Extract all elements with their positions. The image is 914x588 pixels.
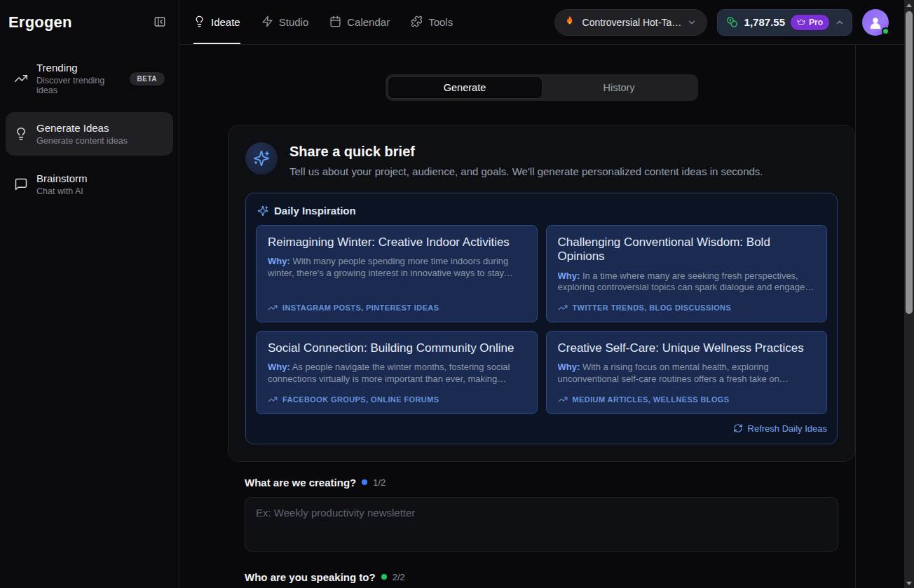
tab-label: Calendar <box>347 16 390 28</box>
sidebar-item-brainstorm[interactable]: Brainstorm Chat with AI <box>6 165 173 203</box>
sidebar-item-subtitle: Discover trending ideas <box>36 76 121 95</box>
field-count: 1/2 <box>373 477 386 488</box>
trending-up-icon <box>558 395 568 404</box>
person-icon <box>868 15 883 30</box>
trending-up-icon <box>558 303 568 313</box>
tab-label: Ideate <box>211 16 240 28</box>
plan-label: Pro <box>809 18 823 27</box>
crown-icon <box>797 18 805 27</box>
puzzle-icon <box>411 15 423 29</box>
scrollbar-down-arrow[interactable] <box>904 578 914 588</box>
idea-title: Creative Self-Care: Unique Wellness Prac… <box>558 341 816 355</box>
scrollbar-up-arrow[interactable] <box>904 0 914 10</box>
brief-subtitle: Tell us about your project, audience, an… <box>289 165 763 177</box>
sidebar-item-title: Generate Ideas <box>36 122 165 134</box>
idea-card[interactable]: Social Connection: Building Community On… <box>256 331 538 414</box>
idea-card[interactable]: Reimagining Winter: Creative Indoor Acti… <box>256 225 538 322</box>
idea-why-text: As people navigate the winter months, fo… <box>268 362 510 384</box>
sidebar-item-generate-ideas[interactable]: Generate Ideas Generate content ideas <box>6 112 173 156</box>
user-avatar[interactable] <box>862 9 889 36</box>
daily-inspiration-panel: Daily Inspiration Reimagining Winter: Cr… <box>245 193 838 444</box>
field-count: 2/2 <box>393 572 405 582</box>
tab-history[interactable]: History <box>543 76 696 99</box>
zap-icon <box>261 15 273 29</box>
idea-tags-text: INSTAGRAM POSTS, PINTEREST IDEAS <box>282 303 439 312</box>
idea-tags: INSTAGRAM POSTS, PINTEREST IDEAS <box>268 294 526 313</box>
idea-why-text: In a time where many are seeking fresh p… <box>558 271 814 293</box>
sidebar-item-subtitle: Chat with AI <box>36 186 165 196</box>
sidebar-collapse-button[interactable] <box>154 15 166 30</box>
idea-why-text: With many people spending more time indo… <box>268 256 513 279</box>
content-column: Generate History Share a quick brief Tel… <box>228 74 855 588</box>
calendar-icon <box>329 15 341 29</box>
top-nav-tabs: Ideate Studio Calendar Tools <box>179 0 453 44</box>
tab-calendar[interactable]: Calendar <box>329 0 390 44</box>
idea-title: Challenging Conventional Wisdom: Bold Op… <box>558 235 816 264</box>
tab-label: Tools <box>428 16 453 28</box>
idea-tags: FACEBOOK GROUPS, ONLINE FORUMS <box>268 385 526 404</box>
idea-title: Social Connection: Building Community On… <box>268 341 526 355</box>
tab-generate[interactable]: Generate <box>388 76 543 99</box>
refresh-icon <box>733 423 743 433</box>
refresh-daily-ideas-button[interactable]: Refresh Daily Ideas <box>733 423 827 434</box>
idea-tags-text: FACEBOOK GROUPS, ONLINE FORUMS <box>282 395 439 404</box>
beta-badge: BETA <box>130 72 165 86</box>
field-audience: Who are you speaking to? 2/2 <box>245 571 838 588</box>
sidebar-item-title: Trending <box>36 62 121 74</box>
why-label: Why: <box>558 362 580 372</box>
page-scrollbar[interactable] <box>904 0 914 588</box>
chevron-up-icon <box>835 18 845 27</box>
coins-icon <box>726 16 739 29</box>
view-switcher: Generate History <box>386 74 698 101</box>
tab-tools[interactable]: Tools <box>411 0 453 44</box>
creating-input[interactable] <box>245 497 838 552</box>
pro-badge: Pro <box>791 15 829 30</box>
panel-left-close-icon <box>154 15 166 30</box>
trending-up-icon <box>268 303 278 313</box>
app-window: Ergogen Trending Discover trending ideas… <box>0 0 914 588</box>
idea-tags: TWITTER TRENDS, BLOG DISCUSSIONS <box>558 294 816 313</box>
sidebar: Ergogen Trending Discover trending ideas… <box>0 0 179 588</box>
field-label: Who are you speaking to? <box>245 571 376 583</box>
sparkles-icon <box>253 150 270 167</box>
field-what-creating: What are we creating? 1/2 <box>245 477 838 552</box>
sparkles-icon <box>257 205 268 217</box>
refresh-label: Refresh Daily Ideas <box>748 423 827 434</box>
idea-tags: MEDIUM ARTICLES, WELLNESS BLOGS <box>558 385 816 404</box>
sidebar-nav: Trending Discover trending ideas BETA Ge… <box>0 45 179 213</box>
idea-card[interactable]: Creative Self-Care: Unique Wellness Prac… <box>546 331 828 414</box>
sidebar-header: Ergogen <box>0 0 179 45</box>
idea-card[interactable]: Challenging Conventional Wisdom: Bold Op… <box>546 225 828 322</box>
scrollbar-thumb[interactable] <box>906 11 913 314</box>
topic-label: Controversial Hot-Ta… <box>582 17 681 28</box>
flame-icon <box>564 15 576 30</box>
lightbulb-icon <box>193 15 205 29</box>
daily-inspiration-title: Daily Inspiration <box>274 205 356 217</box>
credits-value: 1,787.55 <box>744 16 785 28</box>
why-label: Why: <box>268 362 290 372</box>
tab-ideate[interactable]: Ideate <box>193 0 240 44</box>
topbar-right: Controversial Hot-Ta… 1,787.55 Pro <box>554 0 904 44</box>
sidebar-item-title: Brainstorm <box>36 172 165 184</box>
idea-tags-text: TWITTER TRENDS, BLOG DISCUSSIONS <box>573 303 732 312</box>
tab-studio[interactable]: Studio <box>261 0 309 44</box>
trending-up-icon <box>268 395 278 404</box>
idea-tags-text: MEDIUM ARTICLES, WELLNESS BLOGS <box>573 395 730 404</box>
why-label: Why: <box>558 271 580 281</box>
sidebar-item-trending[interactable]: Trending Discover trending ideas BETA <box>6 55 173 102</box>
sidebar-item-subtitle: Generate content ideas <box>36 136 165 146</box>
topic-selector[interactable]: Controversial Hot-Ta… <box>554 9 707 36</box>
brief-header: Share a quick brief Tell us about your p… <box>245 142 838 177</box>
field-label: What are we creating? <box>245 477 356 488</box>
progress-dot <box>362 479 367 485</box>
trending-up-icon <box>14 71 28 86</box>
idea-title: Reimagining Winter: Creative Indoor Acti… <box>268 235 526 249</box>
sparkles-badge <box>245 142 278 175</box>
daily-inspiration-header: Daily Inspiration <box>256 203 827 217</box>
chat-bubble-icon <box>14 177 28 191</box>
main-content: Generate History Share a quick brief Tel… <box>179 45 856 588</box>
credits-menu[interactable]: 1,787.55 Pro <box>717 9 852 36</box>
chevron-down-icon <box>687 18 697 27</box>
online-status-dot <box>882 27 889 35</box>
idea-cards-grid: Reimagining Winter: Creative Indoor Acti… <box>256 225 827 414</box>
